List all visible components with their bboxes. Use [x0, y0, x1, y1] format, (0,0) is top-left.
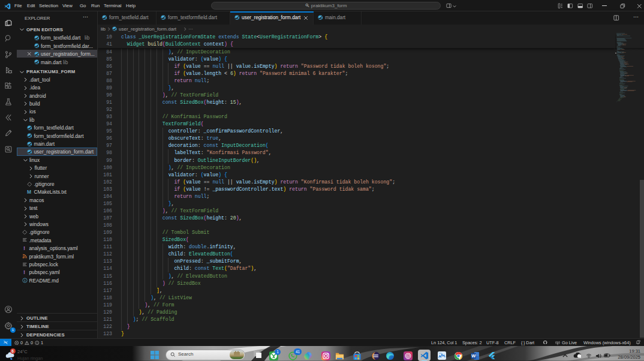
svg-text:W: W: [471, 353, 476, 359]
